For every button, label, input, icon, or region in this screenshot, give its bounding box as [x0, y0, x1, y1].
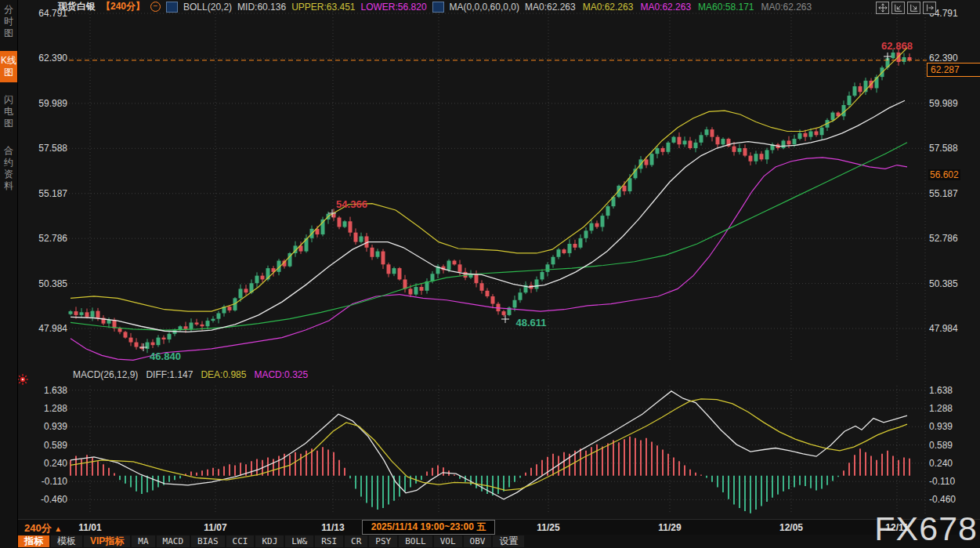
- toolbar-button-指标[interactable]: 指标: [18, 535, 49, 547]
- current-price-marker: 62.287: [927, 63, 980, 77]
- x-axis-date-11/13: 11/13: [306, 522, 360, 533]
- price-chart-canvas[interactable]: 62.86854.36646.84048.611: [0, 0, 980, 548]
- price-annotation-46.840: 46.840: [150, 350, 181, 362]
- ma-value-1: MA0:62.263: [525, 2, 576, 13]
- left-sidebar: 分时图K线图闪电图合约资料: [0, 0, 18, 548]
- macd-diff-value: DIFF:1.147: [146, 369, 193, 380]
- y-axis-label-right: 57.588: [929, 143, 958, 154]
- boll-lower-value: LOWER:56.820: [361, 2, 427, 13]
- y-axis-label-right: 52.786: [929, 233, 958, 244]
- ma-indicator-icon[interactable]: [432, 2, 444, 13]
- band-value-marker: 56.602: [928, 169, 960, 180]
- dropdown-arrow-icon: ▲: [54, 524, 62, 533]
- toolbar-button-CR[interactable]: CR: [345, 535, 367, 547]
- toolbar-button-KDJ[interactable]: KDJ: [255, 535, 284, 547]
- toolbar-button-CCI[interactable]: CCI: [226, 535, 255, 547]
- timeframe-dropdown[interactable]: 240分 ▲: [24, 521, 62, 535]
- boll-indicator-icon[interactable]: [166, 2, 178, 13]
- toolbar-button-LW&[interactable]: LW&: [285, 535, 313, 547]
- expand-right-icon[interactable]: [907, 2, 920, 14]
- macd-axis-label-left: 1.638: [24, 385, 67, 396]
- macd-axis-label-left: -0.460: [24, 494, 67, 505]
- sidebar-item-4[interactable]: 合约资料: [0, 141, 17, 196]
- macd-axis-label-right: -0.460: [929, 494, 956, 505]
- crosshair-move-icon[interactable]: [876, 2, 889, 14]
- toolbar-button-PSY[interactable]: PSY: [369, 535, 397, 547]
- macd-header: MACD(26,12,9) DIFF:1.147 DEA:0.985 MACD:…: [73, 369, 308, 380]
- ma-value-5: MA0:62.263: [761, 2, 812, 13]
- x-axis-date-11/29: 11/29: [642, 522, 697, 533]
- y-axis-label-left: 57.588: [24, 143, 67, 154]
- macd-axis-label-left: 0.939: [24, 421, 67, 432]
- y-axis-label-left: 55.187: [24, 188, 67, 199]
- ma-value-3: MA0:62.263: [640, 2, 691, 13]
- macd-axis-label-right: 1.638: [929, 385, 953, 396]
- sidebar-item-2[interactable]: K线图: [0, 51, 17, 82]
- toolbar-button-MACD[interactable]: MACD: [157, 535, 190, 547]
- y-axis-label-right: 47.984: [929, 323, 958, 334]
- y-axis-label-left: 59.989: [24, 98, 67, 109]
- app-window: 分时图K线图闪电图合约资料 62.86854.36646.84048.611 现…: [0, 0, 980, 548]
- toolbar-button-OBV[interactable]: OBV: [464, 535, 492, 547]
- boll-mid-value: MID:60.136: [237, 2, 286, 13]
- macd-axis-label-right: 0.589: [929, 440, 953, 451]
- x-axis-date-12/05: 12/05: [764, 522, 819, 533]
- toolbar-button-VIP指标[interactable]: VIP指标: [84, 535, 130, 547]
- y-axis-label-left: 62.390: [24, 53, 67, 64]
- y-axis-label-right: 50.385: [929, 278, 958, 289]
- chart-header: 现货白银 【240分】 − BOLL(20,2) MID:60.136 UPPE…: [58, 1, 812, 13]
- y-axis-label-right: 59.989: [929, 98, 958, 109]
- toolbar-button-设置[interactable]: 设置: [493, 535, 524, 547]
- toolbar-button-MA[interactable]: MA: [132, 535, 154, 547]
- boll-label: BOLL(20,2): [183, 2, 232, 13]
- macd-axis-label-left: -0.110: [24, 476, 67, 487]
- x-axis-row: 240分 ▲ 11/0111/0711/1311/2511/2912/0512/…: [18, 519, 980, 535]
- toolbar-button-BOLL[interactable]: BOLL: [399, 535, 432, 547]
- macd-axis-label-right: 0.939: [929, 421, 953, 432]
- selected-candle-datetime: 2025/11/14 19:00~23:00 五: [362, 520, 495, 535]
- ma-value-4: MA60:58.171: [698, 2, 754, 13]
- macd-axis-label-right: -0.110: [929, 476, 955, 487]
- x-axis-date-11/01: 11/01: [63, 522, 118, 533]
- toolbar-button-BIAS[interactable]: BIAS: [191, 535, 225, 547]
- indicator-toolbar: 指标模板VIP指标MAMACDBIASCCIKDJLW&RSICRPSYBOLL…: [18, 535, 980, 548]
- price-annotation-48.611: 48.611: [515, 317, 546, 328]
- chart-tool-icons: [876, 2, 936, 14]
- toolbar-button-模板[interactable]: 模板: [51, 535, 82, 547]
- y-axis-label-right: 55.187: [929, 188, 958, 199]
- ma-value-2: MA0:62.263: [583, 2, 634, 13]
- pan-right-icon[interactable]: [923, 2, 936, 14]
- ma-values: MA0:62.263MA0:62.263MA0:62.263MA60:58.17…: [525, 2, 812, 13]
- macd-axis-label-right: 1.288: [929, 403, 953, 414]
- macd-params-label: MACD(26,12,9): [73, 369, 138, 380]
- period-label[interactable]: 【240分】: [101, 0, 145, 13]
- macd-axis-label-left: 0.589: [24, 440, 67, 451]
- x-axis-date-11/07: 11/07: [188, 522, 243, 533]
- collapse-icon[interactable]: −: [150, 2, 161, 12]
- y-axis-label-left: 50.385: [24, 278, 67, 289]
- y-axis-label-left: 47.984: [24, 323, 67, 334]
- toolbar-button-VOL[interactable]: VOL: [434, 535, 462, 547]
- macd-axis-label-left: 1.288: [24, 403, 67, 414]
- sidebar-item-3[interactable]: 闪电图: [0, 90, 17, 133]
- y-axis-label-left: 52.786: [24, 233, 67, 244]
- price-annotation-54.366: 54.366: [336, 198, 367, 210]
- macd-macd-value: MACD:0.325: [254, 369, 308, 380]
- macd-axis-label-right: 0.240: [929, 458, 953, 469]
- macd-dea-value: DEA:0.985: [201, 369, 246, 380]
- ma-label: MA(0,0,0,60,0,0): [450, 2, 519, 13]
- x-axis-date-11/25: 11/25: [521, 522, 576, 533]
- boll-upper-value: UPPER:63.451: [291, 2, 355, 13]
- sidebar-item-1[interactable]: 分时图: [0, 0, 17, 43]
- timeframe-label: 240分: [24, 522, 52, 534]
- alert-beacon-icon[interactable]: [16, 373, 29, 386]
- macd-axis-label-left: 0.240: [24, 458, 67, 469]
- symbol-name: 现货白银: [58, 0, 96, 13]
- x-axis-date-12/11: 12/11: [870, 522, 924, 533]
- compress-left-icon[interactable]: [891, 2, 905, 14]
- price-annotation-62.868: 62.868: [881, 40, 913, 52]
- toolbar-button-RSI[interactable]: RSI: [315, 535, 343, 547]
